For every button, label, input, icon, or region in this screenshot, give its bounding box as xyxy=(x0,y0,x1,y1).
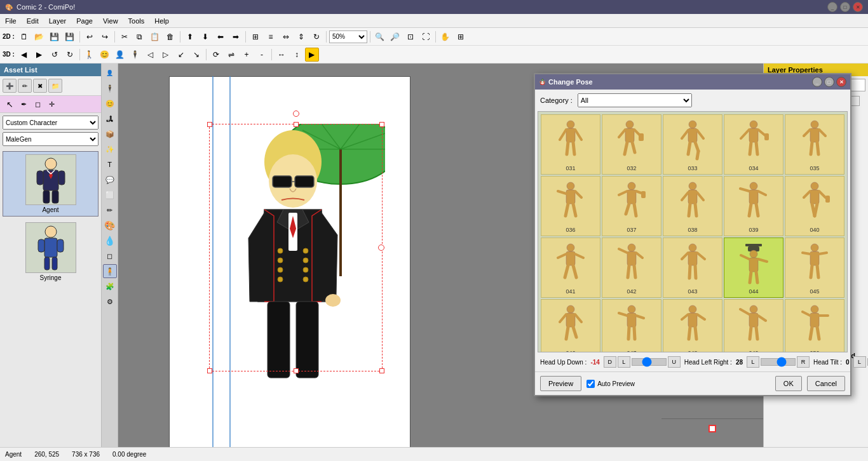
tb-zoom-out[interactable]: 🔎 xyxy=(388,30,402,44)
auto-preview-checkbox-label[interactable]: Auto Preview xyxy=(587,380,635,388)
pose-033[interactable]: 033 xyxy=(663,114,722,175)
auto-preview-checkbox[interactable] xyxy=(587,380,595,388)
tb-align[interactable]: ≡ xyxy=(264,30,278,44)
tb-hand[interactable]: ✋ xyxy=(438,30,452,44)
tb-move-up[interactable]: ⬆ xyxy=(183,30,197,44)
pose-038[interactable]: 038 xyxy=(663,176,722,236)
pose-042[interactable]: 042 xyxy=(602,237,661,298)
tool-eraser[interactable]: ◻ xyxy=(31,97,44,111)
head-ud-d-btn[interactable]: D xyxy=(604,356,616,368)
head-lr-slider[interactable] xyxy=(761,358,796,366)
menu-view[interactable]: View xyxy=(98,16,123,26)
pose-031[interactable]: 031 xyxy=(541,114,600,175)
tool-user2[interactable]: 🧩 xyxy=(103,279,117,293)
tool-balloon[interactable]: 💬 xyxy=(103,173,117,187)
tool-drop[interactable]: 💧 xyxy=(103,234,117,248)
tb-3d-leg-r[interactable]: ↘ xyxy=(189,48,203,62)
tb-3d-mirror[interactable]: ⇌ xyxy=(224,48,238,62)
tool-user1[interactable]: 🧍 xyxy=(103,264,117,278)
pose-040[interactable]: 040 xyxy=(785,176,844,236)
asset-delete-btn[interactable]: ✖ xyxy=(33,79,47,93)
tool-panel[interactable]: ⬜ xyxy=(103,188,117,202)
tb-3d-face[interactable]: 😊 xyxy=(98,48,112,62)
head-ud-l-btn[interactable]: L xyxy=(618,356,630,368)
dialog-maximize-btn[interactable]: □ xyxy=(824,77,834,87)
tool-erase[interactable]: ◻ xyxy=(103,249,117,263)
head-tilt-l-btn[interactable]: L xyxy=(853,356,866,368)
tb-3d-rot-y[interactable]: ↕ xyxy=(290,48,304,62)
tb-copy[interactable]: ⧉ xyxy=(133,30,147,44)
tb-new[interactable]: 🗒 xyxy=(17,30,31,44)
zoom-select[interactable]: 50% 25% 75% 100% xyxy=(329,30,367,43)
tb-3d-arm-r[interactable]: ▷ xyxy=(159,48,173,62)
asset-edit-btn[interactable]: ✏ xyxy=(18,79,32,93)
tb-move-right[interactable]: ➡ xyxy=(229,30,243,44)
pose-044[interactable]: 044 xyxy=(724,237,783,298)
tool-draw[interactable]: ✏ xyxy=(103,203,117,217)
tb-3d-arm-l[interactable]: ◁ xyxy=(144,48,158,62)
pose-048[interactable]: 048 xyxy=(663,299,722,352)
tb-3d-pose[interactable]: 🚶 xyxy=(83,48,97,62)
pose-045[interactable]: 045 xyxy=(785,237,844,298)
dialog-close-btn[interactable]: ✕ xyxy=(836,77,846,87)
menu-page[interactable]: Page xyxy=(71,16,98,26)
minimize-button[interactable]: _ xyxy=(827,2,837,12)
tb-cut[interactable]: ✂ xyxy=(118,30,132,44)
pose-050[interactable]: 050 xyxy=(785,299,844,352)
head-ud-slider[interactable] xyxy=(632,358,667,366)
tb-3d-zoom-out[interactable]: - xyxy=(255,48,269,62)
dialog-minimize-btn[interactable]: _ xyxy=(812,77,822,87)
tb-3d-leg-l[interactable]: ↙ xyxy=(174,48,188,62)
pose-041[interactable]: 041 xyxy=(541,237,600,298)
pose-034[interactable]: 034 xyxy=(724,114,783,175)
tool-face[interactable]: 😊 xyxy=(103,97,117,110)
tb-fullscreen[interactable]: ⛶ xyxy=(419,30,433,44)
menu-edit[interactable]: Edit xyxy=(22,16,44,26)
tool-3d-char[interactable]: 👤 xyxy=(103,66,117,80)
tb-3d-rot-x[interactable]: ↔ xyxy=(275,48,288,62)
pose-037[interactable]: 037 xyxy=(602,176,661,236)
tb-3d-rot-l[interactable]: ↺ xyxy=(48,48,62,62)
male-gen-select[interactable]: MaleGen xyxy=(3,132,98,146)
tb-3d-next[interactable]: ▶ xyxy=(32,48,46,62)
tb-resize[interactable]: ⊞ xyxy=(248,30,262,44)
tb-fit[interactable]: ⊡ xyxy=(403,30,417,44)
tb-3d-body[interactable]: 🕴 xyxy=(128,48,142,62)
restore-button[interactable]: □ xyxy=(840,2,850,12)
cancel-btn[interactable]: Cancel xyxy=(807,376,845,391)
category-select[interactable]: All Standing Walking Sitting Action xyxy=(578,93,692,107)
menu-layer[interactable]: Layer xyxy=(44,16,72,26)
pose-039[interactable]: 039 xyxy=(724,176,783,236)
asset-add-btn[interactable]: ➕ xyxy=(3,79,17,93)
menu-file[interactable]: File xyxy=(0,16,22,26)
tb-3d-play[interactable]: ▶ xyxy=(305,48,319,62)
asset-item-syringe[interactable]: Syringe xyxy=(3,219,98,284)
pose-049[interactable]: 049 xyxy=(724,299,783,352)
tool-effect[interactable]: ✨ xyxy=(103,142,117,156)
head-ud-u-btn[interactable]: U xyxy=(668,356,681,368)
tool-color[interactable]: 🎨 xyxy=(103,218,117,232)
pose-047[interactable]: 047 xyxy=(602,299,661,352)
asset-item-agent[interactable]: Agent xyxy=(3,151,98,217)
menu-tools[interactable]: Tools xyxy=(123,16,150,26)
tb-saveall[interactable]: 💾 xyxy=(63,30,77,44)
menu-help[interactable]: Help xyxy=(149,16,174,26)
pose-032[interactable]: 032 xyxy=(602,114,661,175)
tb-zoom-in[interactable]: 🔍 xyxy=(373,30,387,44)
tool-text2[interactable]: T xyxy=(103,157,117,171)
tb-panel[interactable]: ⊞ xyxy=(454,30,468,44)
tool-item[interactable]: 📦 xyxy=(103,127,117,141)
tb-3d-head[interactable]: 👤 xyxy=(113,48,127,62)
tb-move-left[interactable]: ⬅ xyxy=(214,30,227,44)
tb-flip-h[interactable]: ⇔ xyxy=(279,30,293,44)
pose-046[interactable]: 046 xyxy=(541,299,600,352)
tool-char-3d[interactable]: 🕴 xyxy=(103,81,117,95)
pose-035[interactable]: 035 xyxy=(785,114,844,175)
tb-move-down[interactable]: ⬇ xyxy=(198,30,212,44)
custom-character-select[interactable]: Custom Character xyxy=(3,116,98,130)
tb-delete[interactable]: 🗑 xyxy=(163,30,177,44)
tb-save[interactable]: 💾 xyxy=(48,30,62,44)
tb-paste[interactable]: 📋 xyxy=(148,30,162,44)
pose-036[interactable]: 036 xyxy=(541,176,600,236)
tb-open[interactable]: 📂 xyxy=(32,30,46,44)
